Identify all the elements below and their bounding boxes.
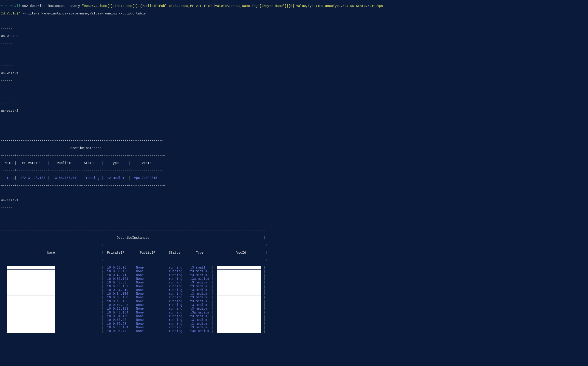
cell-status: running [169, 292, 182, 296]
table-row: | | 10.0.43.184 | None | running | t3.me… [1, 326, 587, 329]
cell-publicip: None [136, 269, 144, 273]
cell-type: t3a.medium [190, 329, 209, 333]
col-publicip: PublicIP [140, 251, 155, 255]
cell-type: t3.medium [190, 292, 209, 296]
cell-name-redacted [7, 273, 55, 277]
col-name: Name [5, 161, 13, 165]
col-vpcid: VpcId [142, 161, 151, 165]
cell-vpcid-redacted [217, 311, 261, 314]
command-line-2: Id:VpcId}" --filters Name=instance-state… [1, 12, 587, 15]
cell-name-redacted [7, 296, 55, 299]
region-us-east-1: us-east-1 [1, 198, 587, 202]
region-us-west-2: us-west-2 [1, 34, 587, 38]
table-border: ----------------------------------------… [1, 229, 587, 232]
prompt-pipe: | [3, 4, 5, 8]
table-row: | | 10.0.35.151 | None | running | t3a.m… [1, 277, 587, 281]
table-border: +---------------------------------------… [1, 258, 587, 262]
cmd-segment-2: --filters Name=instance-state-name,Value… [20, 12, 146, 15]
cell-vpcid-redacted [217, 266, 261, 269]
cell-publicip: None [136, 292, 144, 296]
cell-vpcid-redacted [217, 292, 261, 296]
cell-privateip: 10.0.43.162 [107, 285, 128, 288]
cell-type: t3.medium [190, 269, 209, 273]
table-border: ----------------------------------------… [1, 139, 587, 142]
cell-status: running [169, 288, 182, 292]
prompt-arrow-icon: ➜ [5, 4, 7, 8]
cell-status: running [169, 329, 182, 333]
cell-status: running [169, 269, 182, 273]
cell-publicip: None [136, 285, 144, 288]
cell-name-redacted [7, 326, 55, 329]
table-header-row: | Name | PrivateIP | PublicIP | Status |… [1, 251, 587, 255]
cell-name-redacted [7, 322, 55, 326]
cell-publicip: None [136, 266, 144, 269]
table-row: | | 10.0.43.53 | None | running | t3.med… [1, 281, 587, 284]
cell-type: t3.medium [190, 273, 209, 277]
cell-publicip: None [136, 277, 144, 281]
col-privateip: PrivateIP [22, 161, 40, 165]
cell-publicip: None [136, 307, 144, 311]
cell-type: t3a.medium [190, 277, 209, 281]
table-row: | | 10.0.34.219 | None | running | t3.me… [1, 288, 587, 292]
cell-publicip: None [136, 314, 144, 318]
cell-vpcid-redacted [217, 322, 261, 326]
table-row: | | 10.0.23.96 | None | running | t3.sma… [1, 266, 587, 269]
cell-status: running [169, 277, 182, 281]
table-title-row: | DescribeInstances | [1, 236, 587, 240]
cell-vpcid-redacted [217, 307, 261, 311]
table-row: | | 10.0.34.168 | None | running | t3.me… [1, 314, 587, 318]
cell-privateip: 10.0.34.100 [107, 292, 128, 296]
table-row: | | 10.0.35.77 | None | running | t3a.me… [1, 329, 587, 333]
cell-type: t3.medium [190, 326, 209, 329]
cell-type: t3.medium [190, 285, 209, 288]
cell-vpcid-redacted [217, 318, 261, 322]
cell-type: t3.small [190, 266, 209, 269]
cell-status: running [169, 318, 182, 322]
cell-publicip: None [136, 329, 144, 333]
cell-name-redacted [7, 266, 55, 269]
blank-line [1, 49, 587, 53]
cell-publicip: None [136, 303, 144, 307]
cell-privateip: 10.0.35.151 [107, 277, 128, 281]
cell-type: t3.medium [190, 307, 209, 311]
cell-privateip: 172.31.28.153 [20, 176, 45, 180]
cell-type: t3.medium [190, 299, 209, 303]
cell-status: running [169, 303, 182, 307]
cell-vpcid-redacted [217, 299, 261, 303]
cell-publicip: None [136, 273, 144, 277]
region-sep: ------ [1, 206, 587, 210]
col-publicip: PublicIP [57, 161, 72, 165]
blank-line [1, 19, 587, 23]
cell-name-redacted [7, 318, 55, 322]
blank-line [1, 214, 587, 217]
cell-vpcid-redacted [217, 303, 261, 307]
cell-vpcid-redacted [217, 273, 261, 277]
cell-status: running [169, 314, 182, 318]
cell-status: running [86, 176, 99, 180]
cell-name-redacted [7, 288, 55, 292]
cell-privateip: 10.0.35.158 [107, 296, 128, 299]
table-row: | test| 172.31.28.153 | 13.58.157.64 | r… [1, 176, 587, 180]
cell-status: running [169, 307, 182, 311]
cell-vpcid-redacted [217, 270, 261, 273]
cell-publicip: None [136, 311, 144, 314]
cell-vpcid-redacted [217, 296, 261, 299]
cell-privateip: 10.0.43.71 [107, 273, 128, 277]
cell-vpcid: vpc-7c099615 [134, 176, 157, 180]
cell-privateip: 10.0.34.219 [107, 288, 128, 292]
blank-line [1, 124, 587, 128]
cmd-segment: ec2 describe-instances --query [20, 4, 82, 8]
table-title: DescribeInstances [68, 146, 101, 150]
terminal-output[interactable]: ~|➜ awsall ec2 describe-instances --quer… [0, 0, 588, 337]
cell-name-redacted [7, 329, 55, 333]
table-border: +---------------------------------------… [1, 243, 587, 247]
cell-name-redacted [7, 277, 55, 281]
col-status: Status [84, 161, 95, 165]
blank-line [1, 86, 587, 90]
cell-name-redacted [7, 311, 55, 314]
region-sep: ------ [1, 101, 587, 105]
cell-status: running [169, 266, 182, 269]
cell-publicip: None [136, 318, 144, 322]
cell-status: running [169, 296, 182, 299]
cell-type: t3a.medium [190, 311, 209, 314]
